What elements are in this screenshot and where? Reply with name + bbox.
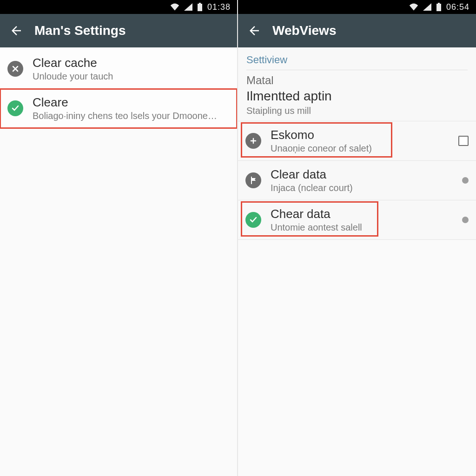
row-subtitle: Boliago·ininy chens teo lsels your Dmoon…: [33, 111, 230, 121]
row-texts: Eskomo Unaoņie coneor of salet): [271, 128, 444, 154]
wifi-icon: [170, 3, 179, 11]
row-clear-data[interactable]: Clear data Injaca (nclear court): [238, 161, 476, 200]
section-link[interactable]: Settiview: [246, 54, 468, 70]
row-subtitle: Injaca (nclear court): [271, 183, 448, 193]
row-texts: Clear data Injaca (nclear court): [271, 167, 448, 193]
row-texts: Chear data Untomie aontest salell: [271, 207, 448, 233]
plus-icon: [245, 133, 261, 149]
app-bar: WebViews: [238, 14, 476, 47]
row-subtitle: Unloude your tauch: [33, 71, 230, 82]
svg-rect-1: [198, 4, 202, 11]
signal-icon: [184, 3, 192, 11]
svg-rect-3: [436, 4, 441, 11]
section-header: Settiview Matal Ilmentted aptin Staiplin…: [238, 47, 476, 121]
row-subtitle: Untomie aontest salell: [271, 222, 448, 233]
row-title: Eskomo: [271, 128, 444, 142]
row-eskomo[interactable]: Eskomo Unaoņie coneor of salet): [238, 121, 476, 161]
check-icon: [7, 100, 23, 116]
row-title: Cleare: [33, 95, 230, 110]
content: Clear cache Unloude your tauch Cleare Bo…: [0, 47, 237, 476]
section-lead: Matal: [246, 74, 468, 87]
checkbox[interactable]: [458, 136, 469, 146]
row-title: Chear data: [271, 207, 448, 221]
right-pane: 06:54 WebViews Settiview Matal Ilmentted…: [238, 0, 476, 476]
status-time: 06:54: [446, 2, 469, 12]
radio[interactable]: [462, 177, 469, 184]
back-button[interactable]: [247, 24, 261, 38]
app-bar-title: Man's Settings: [34, 23, 126, 38]
row-texts: Clear cache Unloude your tauch: [33, 56, 230, 82]
row-trailing: [457, 217, 469, 223]
app-bar: Man's Settings: [0, 14, 237, 47]
row-subtitle: Unaoņie coneor of salet): [271, 143, 444, 154]
signal-icon: [423, 3, 431, 11]
x-icon: [7, 61, 23, 77]
row-title: Clear cache: [33, 56, 230, 70]
row-trailing: [457, 177, 469, 184]
row-cleare[interactable]: Cleare Boliago·ininy chens teo lsels you…: [0, 89, 237, 128]
status-time: 01:38: [207, 2, 231, 12]
status-bar: 01:38: [0, 0, 237, 14]
check-icon: [245, 212, 261, 228]
left-pane: 01:38 Man's Settings Clear cache Unloude…: [0, 0, 238, 476]
back-button[interactable]: [9, 24, 23, 38]
status-bar: 06:54: [238, 0, 476, 14]
section-title: Ilmentted aptin: [246, 89, 468, 104]
flag-icon: [245, 172, 261, 188]
battery-icon: [197, 3, 203, 11]
row-texts: Cleare Boliago·ininy chens teo lsels you…: [33, 95, 230, 121]
wifi-icon: [409, 3, 418, 11]
row-clear-cache[interactable]: Clear cache Unloude your tauch: [0, 49, 237, 89]
content: Settiview Matal Ilmentted aptin Staiplin…: [238, 47, 476, 476]
row-trailing: [454, 136, 469, 146]
row-chear-data[interactable]: Chear data Untomie aontest salell: [238, 200, 476, 240]
svg-rect-0: [199, 3, 201, 4]
section-sub: Staipling us mill: [246, 106, 468, 116]
battery-icon: [436, 3, 442, 11]
row-title: Clear data: [271, 167, 448, 182]
svg-rect-2: [438, 3, 440, 4]
app-bar-title: WebViews: [272, 23, 336, 38]
radio[interactable]: [462, 217, 469, 223]
